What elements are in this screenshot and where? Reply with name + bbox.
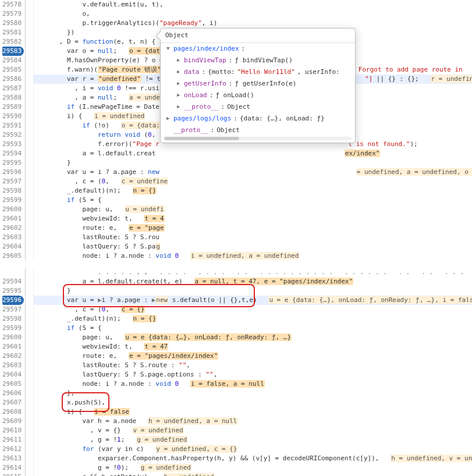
line-number[interactable]: 29610 [2, 426, 22, 435]
code-line[interactable]: if (S = { [34, 324, 472, 333]
line-number[interactable]: 29592 [2, 130, 22, 140]
code-line[interactable]: _.default)(n); n = {} [34, 314, 472, 324]
code-line[interactable]: var h = a.node h = undefined, a = null [34, 417, 472, 426]
code-line[interactable]: exparser.Component.hasProperty(h, y) && … [34, 454, 472, 463]
code-line[interactable]: a = l.default.create(t, e) a = null, t =… [34, 277, 472, 286]
code-line[interactable]: lastQuery: S ? S.pag [34, 242, 472, 251]
line-number[interactable]: 29591 [2, 121, 22, 130]
line-number[interactable]: 29594 [2, 277, 22, 286]
code-line[interactable]: x.push(S), [34, 398, 472, 407]
line-number[interactable]: 29603 [2, 233, 22, 242]
code-line[interactable]: , c = (0, c = {} [34, 305, 472, 314]
line-number[interactable]: 29600 [2, 333, 22, 342]
code-line[interactable]: if (S = { [34, 196, 472, 205]
line-number[interactable]: 29605 [2, 251, 22, 261]
line-number[interactable]: 29599 [2, 324, 22, 333]
code-line[interactable]: node: i ? a.node : void 0 i = undefined,… [34, 251, 472, 261]
line-number[interactable]: 29601 [2, 342, 22, 351]
line-number[interactable]: 29606 [2, 389, 22, 398]
triangle-right-icon[interactable]: ▶ [166, 115, 171, 122]
code-line[interactable]: }, [34, 389, 472, 398]
line-number[interactable]: 29593 [2, 140, 22, 149]
line-number[interactable]: 29604 [2, 242, 22, 251]
code-line[interactable]: } [34, 286, 472, 296]
line-number[interactable]: 29597 [2, 305, 22, 314]
line-number[interactable]: 29583 [2, 47, 24, 56]
line-number[interactable]: 29601 [2, 214, 22, 223]
code-line[interactable]: webviewId: t, t = 4 [34, 214, 472, 223]
line-number[interactable]: 29597 [2, 177, 22, 186]
code-line[interactable]: a = l.default.creat ex/index" [34, 149, 472, 158]
code-line[interactable]: lastQuery: S ? S.page.options : "", [34, 370, 472, 379]
code-line[interactable]: g = !0); g = undefined [34, 463, 472, 473]
popover-scrollbar[interactable] [164, 137, 352, 140]
line-number[interactable]: 29612 [2, 445, 22, 454]
line-number[interactable]: 29615 [2, 473, 22, 476]
line-number[interactable]: 29599 [2, 196, 22, 205]
line-number[interactable]: 29600 [2, 205, 22, 214]
code-line[interactable]: , g = !1; g = undefined [34, 435, 472, 445]
code-line[interactable]: lastRoute: S ? S.rou [34, 233, 472, 242]
code-line[interactable]: i) { i = false [34, 407, 472, 417]
line-number[interactable]: 29595 [2, 158, 22, 168]
code-line[interactable]: _.default)(n); n = {} [34, 186, 472, 196]
line-number[interactable]: 29594 [2, 149, 22, 158]
line-number[interactable]: 29614 [2, 463, 22, 473]
code-line[interactable]: node: i ? a.node : void 0 i = false, a =… [34, 379, 472, 389]
line-number[interactable]: 29613 [2, 454, 22, 463]
triangle-right-icon[interactable]: ▶ [177, 91, 182, 99]
code-line[interactable]: route: e, e = "pages/index/index" [34, 351, 472, 361]
code-line[interactable]: } [34, 158, 472, 168]
line-number[interactable]: 29580 [2, 19, 22, 28]
line-number[interactable]: 29611 [2, 435, 22, 445]
line-number[interactable]: 29581 [2, 28, 22, 37]
code-line[interactable]: lastRoute: S ? S.route : "", [34, 361, 472, 370]
code-line[interactable]: webviewId: t, t = 47 [34, 342, 472, 351]
code-line[interactable]: . . . . . , , . . . . . . . . . . . . . … [34, 268, 472, 277]
line-number[interactable] [2, 268, 22, 277]
code-line[interactable]: , c = (0, c = undefine [34, 177, 472, 186]
code-line[interactable]: var u = ▶i ? a.page : ▶new s.default(o |… [34, 296, 472, 305]
code-line[interactable]: page: u, u = undefi [34, 205, 472, 214]
line-number[interactable]: 29590 [2, 112, 22, 121]
line-number[interactable]: 29596 [2, 168, 22, 177]
line-number[interactable]: 29607 [2, 398, 22, 407]
line-number[interactable]: 29598 [2, 314, 22, 324]
line-number[interactable]: 29608 [2, 407, 22, 417]
triangle-right-icon[interactable]: ▶ [177, 56, 182, 64]
line-number[interactable]: 29604 [2, 370, 22, 379]
line-number[interactable]: 29598 [2, 186, 22, 196]
line-number[interactable]: 29579 [2, 9, 22, 19]
line-number[interactable]: 29585 [2, 65, 22, 74]
code-line[interactable]: p.triggerAnalytics)("pageReady", i) [34, 19, 472, 28]
line-number[interactable]: 29582 [2, 37, 22, 47]
code-line[interactable]: page: u, u = e {data: {…}, onLoad: ƒ, on… [34, 333, 472, 342]
popover-property-row[interactable]: ▶data: {motto: "Hello Wor11ld", userInfo… [171, 66, 355, 78]
triangle-right-icon[interactable]: ▶ [177, 68, 182, 76]
line-number[interactable]: 29588 [2, 93, 22, 102]
code-line[interactable]: v.default.emit(u, t), [34, 0, 472, 9]
popover-property-row[interactable]: ▶getUserInfo: ƒ getUserInfo(e) [171, 78, 355, 90]
code-line[interactable]: var u = i ? a.page : new = undefined, a … [34, 168, 472, 177]
line-number[interactable]: 29578 [2, 0, 22, 9]
triangle-right-icon[interactable]: ▶ [177, 103, 182, 111]
code-line[interactable]: route: e, e = "page [34, 223, 472, 233]
popover-property-row[interactable]: ▶__proto__: Object [171, 101, 355, 113]
inspect-popover[interactable]: Object ▼ pages/index/index: ▶bindViewTap… [160, 28, 356, 143]
line-number[interactable]: 29609 [2, 417, 22, 426]
triangle-right-icon[interactable]: ▶ [177, 80, 182, 87]
line-number[interactable]: 29595 [2, 286, 22, 296]
lines-2[interactable]: . . . . . , , . . . . . . . . . . . . . … [34, 268, 472, 476]
line-number[interactable]: 29584 [2, 56, 22, 65]
line-number[interactable]: 29605 [2, 379, 22, 389]
line-number[interactable]: 29602 [2, 351, 22, 361]
line-number[interactable]: 29589 [2, 102, 22, 112]
code-line[interactable]: g && h.setData(v), h = undefined [34, 473, 472, 476]
popover-property-row[interactable]: ▶bindViewTap: ƒ bindViewTap() [171, 55, 355, 66]
line-number[interactable]: 29587 [2, 84, 22, 93]
popover-property-row[interactable]: ▶onLoad: ƒ onLoad() [171, 90, 355, 101]
line-number[interactable]: 29596 [2, 296, 24, 305]
line-number[interactable]: 29603 [2, 361, 22, 370]
code-line[interactable]: o, [34, 9, 472, 19]
code-line[interactable]: , v = {} v = undefined [34, 426, 472, 435]
